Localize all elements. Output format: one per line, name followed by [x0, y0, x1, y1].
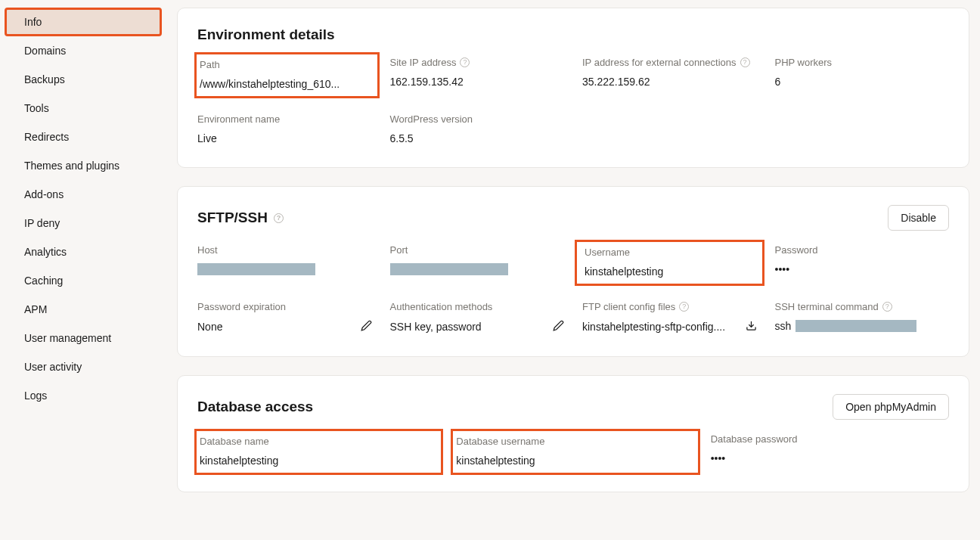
field-auth: Authentication methods SSH key, password — [390, 301, 565, 334]
site-ip-label: Site IP address — [390, 57, 457, 68]
field-ftp-config: FTP client config files kinstahelptestin… — [582, 301, 757, 334]
db-pass-value: •••• — [711, 452, 949, 464]
sftp-user-value: kinstahelptesting — [585, 265, 755, 278]
ssh-prefix: ssh — [775, 320, 792, 332]
sidebar-nav: Info Domains Backups Tools Redirects The… — [0, 0, 166, 540]
db-title: Database access — [197, 399, 313, 415]
field-env-name: Environment name Live — [197, 113, 372, 144]
sftp-user-label: Username — [585, 247, 755, 258]
edit-icon[interactable] — [361, 320, 372, 334]
field-port: Port — [390, 244, 565, 280]
ssh-value-redacted — [795, 320, 916, 332]
env-title: Environment details — [197, 26, 335, 43]
main-content: Environment details Path /www/kinstahelp… — [166, 0, 980, 540]
field-expiry: Password expiration None — [197, 301, 372, 334]
db-user-label: Database username — [456, 436, 690, 447]
disable-button[interactable]: Disable — [888, 205, 949, 231]
db-name-value: kinstahelptesting — [200, 455, 433, 467]
sidebar-item-addons[interactable]: Add-ons — [5, 180, 162, 209]
env-name-label: Environment name — [197, 113, 372, 125]
auth-value: SSH key, password — [390, 321, 482, 333]
env-name-value: Live — [197, 132, 372, 144]
help-icon[interactable] — [679, 302, 689, 312]
db-name-label: Database name — [200, 436, 433, 447]
help-icon[interactable] — [740, 57, 750, 67]
ssh-label: SSH terminal command — [775, 301, 879, 312]
field-db-name: Database name kinstahelptesting — [194, 429, 443, 475]
path-value: /www/kinstahelptesting_610... — [200, 78, 370, 90]
field-host: Host — [197, 244, 372, 280]
sidebar-item-tools[interactable]: Tools — [5, 94, 162, 123]
sftp-title: SFTP/SSH — [197, 209, 284, 226]
field-sftp-username: Username kinstahelptesting — [575, 240, 764, 286]
path-label: Path — [200, 59, 370, 70]
ext-ip-label: IP address for external connections — [582, 57, 737, 68]
wp-label: WordPress version — [390, 113, 565, 125]
port-value-redacted — [390, 263, 508, 275]
sidebar-item-themes[interactable]: Themes and plugins — [5, 151, 162, 180]
ftp-label: FTP client config files — [582, 301, 675, 312]
sidebar-item-logs[interactable]: Logs — [5, 381, 162, 410]
host-value-redacted — [197, 263, 315, 275]
sftp-pass-label: Password — [775, 244, 950, 256]
help-icon[interactable] — [882, 302, 892, 312]
site-ip-value: 162.159.135.42 — [390, 76, 565, 88]
sftp-pass-value: •••• — [775, 263, 950, 275]
ext-ip-value: 35.222.159.62 — [582, 76, 757, 88]
sidebar-item-caching[interactable]: Caching — [5, 266, 162, 295]
sftp-ssh-card: SFTP/SSH Disable Host Port Username kins… — [177, 186, 969, 357]
db-user-value: kinstahelptesting — [456, 455, 690, 467]
sidebar-item-analytics[interactable]: Analytics — [5, 237, 162, 266]
field-db-user: Database username kinstahelptesting — [451, 429, 699, 475]
database-access-card: Database access Open phpMyAdmin Database… — [177, 375, 969, 492]
sidebar-item-usermgmt[interactable]: User management — [5, 324, 162, 352]
auth-label: Authentication methods — [390, 301, 565, 312]
php-label: PHP workers — [775, 57, 950, 68]
field-sftp-password: Password •••• — [775, 244, 950, 280]
sidebar-item-backups[interactable]: Backups — [5, 65, 162, 94]
field-path: Path /www/kinstahelptesting_610... — [194, 52, 380, 98]
sidebar-item-useractivity[interactable]: User activity — [5, 352, 162, 381]
help-icon[interactable] — [274, 213, 284, 223]
field-ext-ip: IP address for external connections 35.2… — [582, 57, 757, 92]
expiry-value: None — [197, 321, 222, 333]
php-value: 6 — [775, 76, 950, 88]
sidebar-item-domains[interactable]: Domains — [5, 36, 162, 65]
field-db-pass: Database password •••• — [711, 433, 949, 469]
sidebar-item-ipdeny[interactable]: IP deny — [5, 209, 162, 237]
field-ssh-cmd: SSH terminal command ssh — [775, 301, 950, 334]
sidebar-item-info[interactable]: Info — [5, 8, 162, 36]
expiry-label: Password expiration — [197, 301, 372, 312]
wp-value: 6.5.5 — [390, 132, 565, 144]
help-icon[interactable] — [460, 57, 470, 67]
port-label: Port — [390, 244, 565, 256]
db-pass-label: Database password — [711, 433, 949, 445]
field-wp-version: WordPress version 6.5.5 — [390, 113, 565, 144]
download-icon[interactable] — [746, 320, 757, 334]
field-site-ip: Site IP address 162.159.135.42 — [390, 57, 565, 92]
sidebar-item-redirects[interactable]: Redirects — [5, 123, 162, 151]
sidebar-item-apm[interactable]: APM — [5, 295, 162, 324]
open-phpmyadmin-button[interactable]: Open phpMyAdmin — [833, 394, 949, 420]
field-php: PHP workers 6 — [775, 57, 950, 92]
ftp-value: kinstahelptesting-sftp-config.... — [582, 321, 725, 333]
edit-icon[interactable] — [553, 320, 564, 334]
host-label: Host — [197, 244, 372, 256]
environment-details-card: Environment details Path /www/kinstahelp… — [177, 8, 969, 168]
